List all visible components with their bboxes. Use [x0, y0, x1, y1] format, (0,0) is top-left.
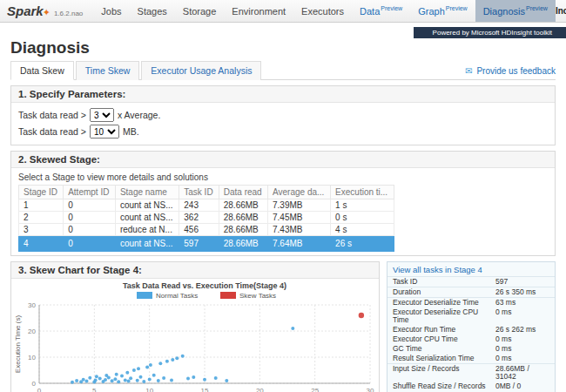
detail-value: 0 ms	[495, 345, 549, 353]
parameter-prefix: Task data read >	[18, 110, 86, 120]
application-name: IncrementalScheduling processing...	[556, 6, 566, 16]
svg-text:25: 25	[311, 387, 319, 392]
parameter-row: Task data read >3x Average.	[18, 108, 548, 123]
detail-row: Duration26 s 350 ms	[387, 287, 555, 297]
svg-text:10: 10	[28, 354, 36, 362]
powered-by-row: Powered by Microsoft HDInsight toolkit	[0, 23, 566, 34]
detail-row: Shuffle Read Size / Records0MB / 0	[387, 382, 555, 391]
detail-group: Executor Deserialize Time63 msExecutor D…	[387, 297, 555, 363]
nav-item-graph[interactable]: GraphPreview	[410, 0, 475, 22]
preview-badge: Preview	[446, 5, 468, 11]
tab-data-skew[interactable]: Data Skew	[10, 61, 74, 80]
detail-label: Input Size / Records	[393, 365, 495, 381]
table-cell: 2	[19, 212, 64, 224]
nav-item-label: Stages	[138, 6, 167, 17]
table-cell: 1 s	[331, 199, 394, 212]
spark-logo[interactable]: Spark ✦ 1.6.2.nao	[7, 3, 83, 18]
parameter-prefix: Task data read >	[18, 126, 86, 137]
detail-label: Executor Run Time	[393, 326, 495, 334]
parameter-rows: Task data read >3x Average.Task data rea…	[11, 103, 555, 145]
table-row-stage-4[interactable]: 40count at NS...59728.66MB7.64MB26 s	[19, 236, 394, 252]
view-all-tasks-link[interactable]: View all tasks in Stage 4	[387, 262, 555, 276]
nav-item-executors[interactable]: Executors	[293, 0, 352, 22]
detail-label: Task ID	[393, 278, 495, 286]
svg-text:20: 20	[28, 328, 36, 335]
nav-item-stages[interactable]: Stages	[130, 0, 175, 22]
table-cell: 362	[179, 212, 219, 224]
table-cell: 7.45MB	[268, 212, 331, 224]
section-specify-parameters: 1. Specify Parameters: Task data read >3…	[10, 85, 556, 145]
detail-row: Result Serialization Time0 ms	[387, 354, 555, 363]
detail-value: 0 ms	[495, 355, 549, 362]
svg-text:5: 5	[92, 387, 97, 392]
table-row-stage-2[interactable]: 20count at NS...36228.66MB7.45MB0 s	[19, 212, 394, 224]
detail-row: Task ID597	[387, 277, 555, 287]
skewed-stage-subtitle: Select a Stage to view more details and …	[18, 172, 548, 182]
table-cell: 4 s	[331, 224, 394, 236]
bottom-row: 3. Skew Chart for Stage 4: 0102030051015…	[10, 261, 556, 392]
table-cell: 456	[179, 224, 219, 236]
detail-group: Input Size / Records28.66MB / 31042Shuff…	[387, 363, 555, 392]
mail-icon: ✉	[465, 66, 472, 76]
detail-row: Input Size / Records28.66MB / 31042	[387, 364, 555, 382]
svg-text:30: 30	[367, 387, 374, 392]
detail-label: Executor Deserialize CPU Time	[393, 308, 495, 324]
application-ui-label: IncrementalScheduling processing... appl…	[556, 6, 566, 16]
tab-time-skew[interactable]: Time Skew	[76, 61, 140, 80]
section-specify-parameters-heading: 1. Specify Parameters:	[11, 86, 555, 103]
section-skewed-stage-heading: 2. Skewed Stage:	[11, 152, 555, 168]
svg-text:Execution Time (s): Execution Time (s)	[14, 315, 22, 374]
spark-logo-text: Spark	[7, 3, 44, 18]
table-column-header: Task ID	[179, 186, 219, 199]
skewed-stage-table: Stage IDAttempt IDStage nameTask IDData …	[18, 185, 394, 252]
svg-text:Skew Tasks: Skew Tasks	[239, 292, 276, 300]
detail-row: Executor Deserialize Time63 ms	[387, 298, 555, 308]
tabs-row: Data SkewTime SkewExecutor Usage Analysi…	[10, 61, 556, 80]
detail-label: Result Serialization Time	[393, 355, 495, 362]
table-cell: 243	[179, 199, 219, 212]
spark-star-icon: ✦	[43, 7, 51, 18]
detail-row: GC Time0 ms	[387, 344, 555, 354]
feedback-label: Provide us feedback	[476, 66, 556, 76]
parameter-suffix: MB.	[123, 126, 139, 137]
nav-item-jobs[interactable]: Jobs	[93, 0, 129, 22]
table-cell: count at NS...	[115, 236, 179, 252]
parameter-select-1[interactable]: 10	[90, 125, 119, 139]
table-column-header: Stage ID	[19, 186, 64, 199]
table-column-header: Attempt ID	[64, 186, 116, 199]
table-cell: 7.64MB	[268, 236, 331, 252]
detail-value: 26 s 262 ms	[495, 326, 549, 334]
nav-item-environment[interactable]: Environment	[224, 0, 293, 22]
tab-executor-usage-analysis[interactable]: Executor Usage Analysis	[141, 61, 261, 80]
section-skew-chart-heading: 3. Skew Chart for Stage 4:	[11, 262, 379, 279]
table-cell: 597	[179, 236, 219, 252]
nav-item-storage[interactable]: Storage	[175, 0, 225, 22]
svg-text:Task Data Read vs. Execution T: Task Data Read vs. Execution Time(Stage …	[123, 281, 286, 290]
nav-item-label: Environment	[232, 6, 286, 17]
nav-item-diagnosis[interactable]: DiagnosisPreview	[475, 0, 556, 22]
detail-label: Shuffle Read Size / Records	[393, 382, 495, 390]
table-cell: 3	[19, 224, 64, 236]
skew-scatter-chart: 0102030051015202530Task Data Read vs. Ex…	[11, 279, 379, 392]
nav-item-data[interactable]: DataPreview	[352, 0, 410, 22]
preview-badge: Preview	[526, 5, 548, 11]
table-cell: 4	[19, 236, 64, 252]
table-row-stage-1[interactable]: 10count at NS...24328.66MB7.39MB1 s	[19, 199, 394, 212]
svg-text:20: 20	[256, 387, 264, 392]
table-cell: 28.66MB	[219, 212, 267, 224]
page-title: Diagnosis	[10, 38, 566, 57]
table-cell: 0	[64, 236, 116, 252]
detail-row: Executor CPU Time0 ms	[387, 335, 555, 344]
table-column-header: Stage name	[115, 186, 179, 199]
top-navbar: Spark ✦ 1.6.2.nao JobsStagesStorageEnvir…	[0, 0, 566, 23]
svg-text:0: 0	[32, 380, 37, 388]
parameter-select-0[interactable]: 3	[90, 108, 114, 122]
table-row-stage-3[interactable]: 30reduce at N...45628.66MB7.43MB4 s	[19, 224, 394, 236]
table-cell: 7.39MB	[268, 199, 331, 212]
table-column-header: Execution ti...	[331, 186, 394, 199]
nav-item-label: Executors	[301, 6, 344, 17]
table-cell: 26 s	[331, 236, 394, 252]
feedback-link[interactable]: ✉ Provide us feedback	[465, 66, 556, 76]
table-cell: reduce at N...	[115, 224, 179, 236]
table-cell: count at NS...	[115, 212, 179, 224]
